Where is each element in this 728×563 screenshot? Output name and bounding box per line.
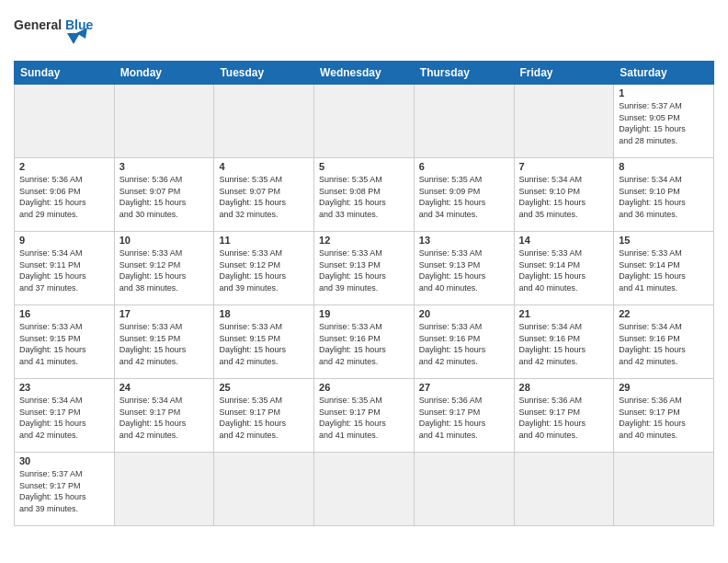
day-info: Sunrise: 5:33 AMSunset: 9:14 PMDaylight:… — [619, 247, 709, 293]
day-number: 28 — [519, 382, 609, 393]
week-row-3: 9Sunrise: 5:34 AMSunset: 9:11 PMDaylight… — [15, 232, 714, 305]
week-row-4: 16Sunrise: 5:33 AMSunset: 9:15 PMDayligh… — [15, 305, 714, 379]
week-row-2: 2Sunrise: 5:36 AMSunset: 9:06 PMDaylight… — [15, 158, 714, 232]
calendar-cell — [214, 85, 314, 158]
day-info: Sunrise: 5:34 AMSunset: 9:16 PMDaylight:… — [519, 321, 609, 367]
day-info: Sunrise: 5:33 AMSunset: 9:12 PMDaylight:… — [219, 247, 309, 293]
day-number: 2 — [19, 161, 109, 172]
calendar-cell: 19Sunrise: 5:33 AMSunset: 9:16 PMDayligh… — [314, 305, 415, 379]
calendar-cell — [15, 85, 115, 158]
day-number: 8 — [619, 161, 709, 172]
day-info: Sunrise: 5:33 AMSunset: 9:16 PMDaylight:… — [319, 321, 409, 367]
calendar-cell — [614, 453, 714, 526]
calendar-cell: 3Sunrise: 5:36 AMSunset: 9:07 PMDaylight… — [114, 158, 214, 232]
calendar-cell — [314, 85, 415, 158]
day-info: Sunrise: 5:34 AMSunset: 9:10 PMDaylight:… — [619, 174, 709, 220]
calendar-cell — [114, 85, 214, 158]
calendar-cell: 13Sunrise: 5:33 AMSunset: 9:13 PMDayligh… — [414, 232, 514, 305]
day-info: Sunrise: 5:33 AMSunset: 9:12 PMDaylight:… — [119, 247, 210, 293]
day-number: 20 — [419, 308, 509, 319]
day-number: 9 — [19, 235, 109, 246]
day-number: 21 — [519, 308, 609, 319]
day-info: Sunrise: 5:33 AMSunset: 9:15 PMDaylight:… — [119, 321, 210, 367]
day-info: Sunrise: 5:35 AMSunset: 9:09 PMDaylight:… — [419, 174, 509, 220]
weekday-monday: Monday — [114, 62, 214, 85]
calendar-cell — [414, 453, 514, 526]
day-info: Sunrise: 5:35 AMSunset: 9:08 PMDaylight:… — [319, 174, 409, 220]
calendar-cell: 11Sunrise: 5:33 AMSunset: 9:12 PMDayligh… — [214, 232, 314, 305]
day-number: 4 — [219, 161, 309, 172]
weekday-sunday: Sunday — [15, 62, 115, 85]
day-number: 27 — [419, 382, 509, 393]
weekday-header-row: SundayMondayTuesdayWednesdayThursdayFrid… — [15, 62, 714, 85]
calendar-cell: 17Sunrise: 5:33 AMSunset: 9:15 PMDayligh… — [114, 305, 214, 379]
day-info: Sunrise: 5:33 AMSunset: 9:13 PMDaylight:… — [419, 247, 509, 293]
calendar-cell — [314, 453, 415, 526]
calendar-cell: 10Sunrise: 5:33 AMSunset: 9:12 PMDayligh… — [114, 232, 214, 305]
calendar-cell: 22Sunrise: 5:34 AMSunset: 9:16 PMDayligh… — [614, 305, 714, 379]
calendar-cell: 20Sunrise: 5:33 AMSunset: 9:16 PMDayligh… — [414, 305, 514, 379]
day-number: 17 — [119, 308, 210, 319]
calendar-cell: 28Sunrise: 5:36 AMSunset: 9:17 PMDayligh… — [514, 379, 614, 453]
day-info: Sunrise: 5:36 AMSunset: 9:17 PMDaylight:… — [619, 395, 709, 441]
calendar-cell — [114, 453, 214, 526]
day-number: 19 — [319, 308, 409, 319]
day-info: Sunrise: 5:36 AMSunset: 9:07 PMDaylight:… — [119, 174, 210, 220]
day-number: 25 — [219, 382, 309, 393]
week-row-1: 1Sunrise: 5:37 AMSunset: 9:05 PMDaylight… — [15, 85, 714, 158]
calendar-cell: 12Sunrise: 5:33 AMSunset: 9:13 PMDayligh… — [314, 232, 415, 305]
calendar-cell: 30Sunrise: 5:37 AMSunset: 9:17 PMDayligh… — [15, 453, 115, 526]
day-number: 18 — [219, 308, 309, 319]
day-number: 3 — [119, 161, 210, 172]
calendar-cell: 14Sunrise: 5:33 AMSunset: 9:14 PMDayligh… — [514, 232, 614, 305]
day-number: 22 — [619, 308, 709, 319]
header: General Blue — [14, 9, 714, 55]
day-number: 16 — [19, 308, 109, 319]
day-info: Sunrise: 5:33 AMSunset: 9:15 PMDaylight:… — [19, 321, 109, 367]
calendar-cell — [414, 85, 514, 158]
day-number: 13 — [419, 235, 509, 246]
day-number: 11 — [219, 235, 309, 246]
day-number: 5 — [319, 161, 409, 172]
svg-marker-2 — [67, 33, 80, 44]
day-info: Sunrise: 5:33 AMSunset: 9:15 PMDaylight:… — [219, 321, 309, 367]
calendar-cell — [214, 453, 314, 526]
logo-svg: General Blue — [14, 9, 97, 55]
day-info: Sunrise: 5:34 AMSunset: 9:17 PMDaylight:… — [19, 395, 109, 441]
calendar-cell: 24Sunrise: 5:34 AMSunset: 9:17 PMDayligh… — [114, 379, 214, 453]
week-row-5: 23Sunrise: 5:34 AMSunset: 9:17 PMDayligh… — [15, 379, 714, 453]
day-info: Sunrise: 5:33 AMSunset: 9:14 PMDaylight:… — [519, 247, 609, 293]
calendar-cell — [514, 453, 614, 526]
weekday-wednesday: Wednesday — [314, 62, 415, 85]
day-info: Sunrise: 5:34 AMSunset: 9:11 PMDaylight:… — [19, 247, 109, 293]
day-info: Sunrise: 5:36 AMSunset: 9:06 PMDaylight:… — [19, 174, 109, 220]
calendar-cell: 7Sunrise: 5:34 AMSunset: 9:10 PMDaylight… — [514, 158, 614, 232]
day-number: 10 — [119, 235, 210, 246]
calendar-cell: 21Sunrise: 5:34 AMSunset: 9:16 PMDayligh… — [514, 305, 614, 379]
logo: General Blue — [14, 9, 97, 55]
day-number: 29 — [619, 382, 709, 393]
day-info: Sunrise: 5:37 AMSunset: 9:17 PMDaylight:… — [19, 468, 109, 514]
day-info: Sunrise: 5:35 AMSunset: 9:07 PMDaylight:… — [219, 174, 309, 220]
calendar-cell: 29Sunrise: 5:36 AMSunset: 9:17 PMDayligh… — [614, 379, 714, 453]
day-number: 1 — [619, 87, 709, 98]
calendar-cell: 15Sunrise: 5:33 AMSunset: 9:14 PMDayligh… — [614, 232, 714, 305]
day-number: 15 — [619, 235, 709, 246]
weekday-friday: Friday — [514, 62, 614, 85]
weekday-thursday: Thursday — [414, 62, 514, 85]
day-info: Sunrise: 5:37 AMSunset: 9:05 PMDaylight:… — [619, 100, 709, 146]
weekday-tuesday: Tuesday — [214, 62, 314, 85]
calendar-cell: 6Sunrise: 5:35 AMSunset: 9:09 PMDaylight… — [414, 158, 514, 232]
day-info: Sunrise: 5:36 AMSunset: 9:17 PMDaylight:… — [519, 395, 609, 441]
day-number: 26 — [319, 382, 409, 393]
day-number: 24 — [119, 382, 210, 393]
day-info: Sunrise: 5:34 AMSunset: 9:16 PMDaylight:… — [619, 321, 709, 367]
day-info: Sunrise: 5:33 AMSunset: 9:13 PMDaylight:… — [319, 247, 409, 293]
calendar-cell: 2Sunrise: 5:36 AMSunset: 9:06 PMDaylight… — [15, 158, 115, 232]
day-number: 23 — [19, 382, 109, 393]
calendar-cell: 8Sunrise: 5:34 AMSunset: 9:10 PMDaylight… — [614, 158, 714, 232]
day-info: Sunrise: 5:35 AMSunset: 9:17 PMDaylight:… — [219, 395, 309, 441]
day-info: Sunrise: 5:34 AMSunset: 9:17 PMDaylight:… — [119, 395, 210, 441]
calendar-cell: 16Sunrise: 5:33 AMSunset: 9:15 PMDayligh… — [15, 305, 115, 379]
day-number: 14 — [519, 235, 609, 246]
